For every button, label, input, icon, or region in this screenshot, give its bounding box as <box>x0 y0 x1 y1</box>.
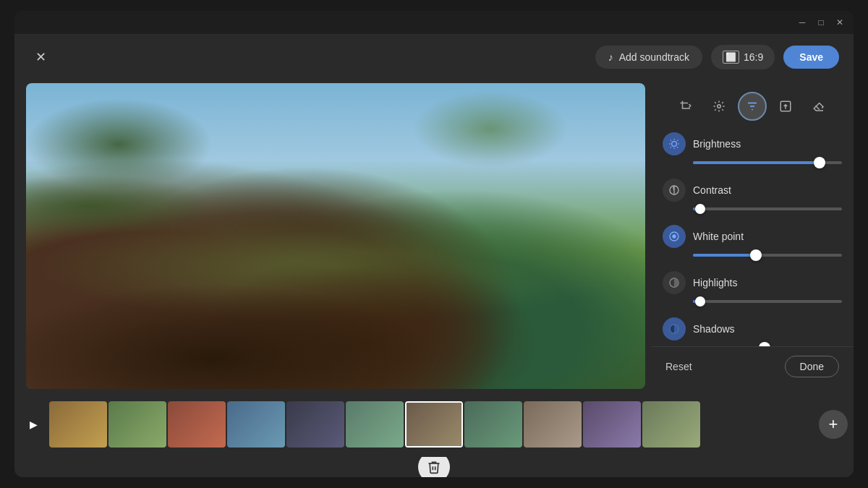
contrast-label: Contrast <box>693 184 731 196</box>
tool-icons-bar <box>651 86 854 132</box>
right-panel: Brightness <box>651 80 854 392</box>
white-point-icon <box>663 225 686 248</box>
video-frame <box>26 83 645 389</box>
video-area <box>14 80 651 392</box>
panel-footer: Reset Done <box>651 346 854 386</box>
brightness-label: Brightness <box>693 138 741 150</box>
svg-point-8 <box>672 234 676 238</box>
thumbnail-6[interactable] <box>346 401 404 448</box>
thumbnail-10[interactable] <box>583 401 641 448</box>
main-content: Brightness <box>14 80 854 392</box>
play-button[interactable]: ▶ <box>20 411 46 437</box>
white-point-slider[interactable] <box>693 254 842 257</box>
minimize-button[interactable]: ─ <box>797 17 807 27</box>
contrast-control: Contrast <box>663 179 842 210</box>
brightness-slider[interactable] <box>693 161 842 164</box>
shadows-control: Shadows <box>663 317 842 346</box>
app-window: ─ □ ✕ ✕ ♪ Add soundtrack ⬜ 16:9 Save <box>14 11 854 477</box>
music-icon: ♪ <box>608 51 613 63</box>
shadows-icon <box>663 317 686 341</box>
highlights-slider[interactable] <box>693 300 842 303</box>
magic-eraser-button[interactable] <box>804 92 833 121</box>
adjust-button[interactable] <box>705 92 733 121</box>
shadows-header: Shadows <box>663 317 842 341</box>
close-button[interactable]: ✕ <box>29 46 52 69</box>
highlights-icon <box>663 271 686 294</box>
aspect-ratio-button[interactable]: ⬜ 16:9 <box>711 45 775 69</box>
add-soundtrack-button[interactable]: ♪ Add soundtrack <box>595 46 702 69</box>
photo-scene <box>26 83 645 389</box>
thumbnail-1[interactable] <box>49 401 107 448</box>
save-button[interactable]: Save <box>783 46 839 69</box>
filmstrip-area: ▶ <box>14 392 854 457</box>
thumbnail-9[interactable] <box>524 401 582 448</box>
window-close-button[interactable]: ✕ <box>835 17 845 27</box>
thumbnail-5[interactable] <box>286 401 344 448</box>
aspect-ratio-icon: ⬜ <box>723 51 739 64</box>
contrast-slider[interactable] <box>693 207 842 210</box>
thumbnail-7-selected[interactable] <box>405 401 463 448</box>
thumbnail-3[interactable] <box>168 401 226 448</box>
brightness-icon <box>663 132 686 155</box>
title-bar-controls: ─ □ ✕ <box>797 17 845 27</box>
header: ✕ ♪ Add soundtrack ⬜ 16:9 Save <box>14 34 854 80</box>
thumbnail-2[interactable] <box>109 401 166 448</box>
title-bar: ─ □ ✕ <box>14 11 854 34</box>
shadows-label: Shadows <box>693 323 735 335</box>
highlights-control: Highlights <box>663 271 842 303</box>
highlights-header: Highlights <box>663 271 842 294</box>
export-button[interactable] <box>771 92 800 121</box>
soundtrack-label: Add soundtrack <box>619 51 689 63</box>
crop-rotate-button[interactable] <box>671 92 700 121</box>
white-point-header: White point <box>663 225 842 248</box>
adjustments-panel: Brightness <box>651 132 854 346</box>
thumbnail-11[interactable] <box>642 401 700 448</box>
svg-point-0 <box>718 105 721 108</box>
filmstrip <box>49 401 816 448</box>
brightness-control: Brightness <box>663 132 842 164</box>
white-point-control: White point <box>663 225 842 257</box>
aspect-ratio-label: 16:9 <box>744 51 763 63</box>
reset-button[interactable]: Reset <box>665 361 692 372</box>
contrast-icon <box>663 179 686 202</box>
white-point-label: White point <box>693 231 744 242</box>
thumbnail-4[interactable] <box>227 401 285 448</box>
done-button[interactable]: Done <box>785 356 839 377</box>
svg-point-5 <box>672 142 677 147</box>
filters-button[interactable] <box>738 92 767 121</box>
maximize-button[interactable]: □ <box>816 17 826 27</box>
thumbnail-8[interactable] <box>464 401 522 448</box>
contrast-header: Contrast <box>663 179 842 202</box>
bottom-bar <box>14 457 854 477</box>
highlights-label: Highlights <box>693 277 737 288</box>
brightness-header: Brightness <box>663 132 842 155</box>
add-media-button[interactable]: + <box>819 410 848 439</box>
